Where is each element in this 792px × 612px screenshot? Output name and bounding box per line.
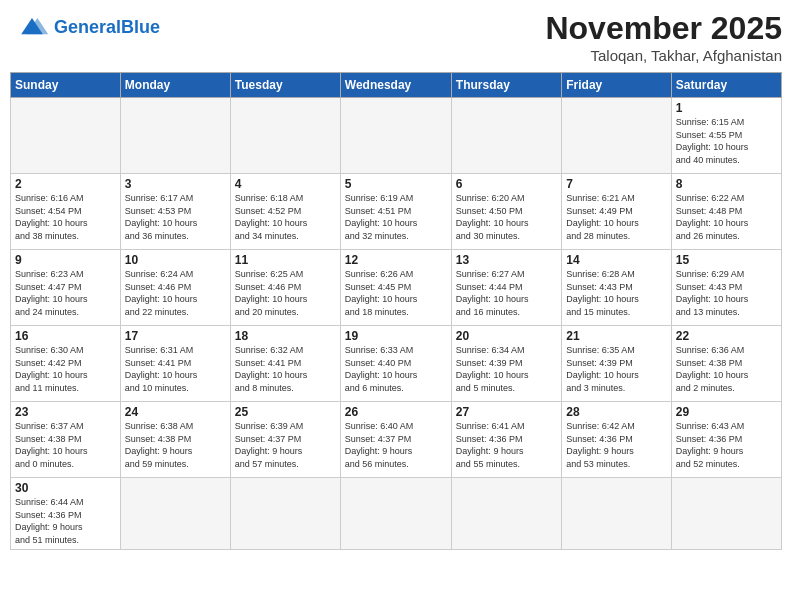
day-number: 13: [456, 253, 557, 267]
table-row: [230, 98, 340, 174]
table-row: 27Sunrise: 6:41 AM Sunset: 4:36 PM Dayli…: [451, 402, 561, 478]
table-row: 26Sunrise: 6:40 AM Sunset: 4:37 PM Dayli…: [340, 402, 451, 478]
table-row: [11, 98, 121, 174]
table-row: [671, 478, 781, 550]
day-number: 7: [566, 177, 666, 191]
day-info: Sunrise: 6:16 AM Sunset: 4:54 PM Dayligh…: [15, 192, 116, 242]
day-info: Sunrise: 6:19 AM Sunset: 4:51 PM Dayligh…: [345, 192, 447, 242]
day-number: 25: [235, 405, 336, 419]
table-row: 7Sunrise: 6:21 AM Sunset: 4:49 PM Daylig…: [562, 174, 671, 250]
table-row: 6Sunrise: 6:20 AM Sunset: 4:50 PM Daylig…: [451, 174, 561, 250]
logo-general: General: [54, 17, 121, 37]
header-sunday: Sunday: [11, 73, 121, 98]
day-info: Sunrise: 6:33 AM Sunset: 4:40 PM Dayligh…: [345, 344, 447, 394]
day-info: Sunrise: 6:42 AM Sunset: 4:36 PM Dayligh…: [566, 420, 666, 470]
day-number: 27: [456, 405, 557, 419]
table-row: [120, 478, 230, 550]
weekday-header-row: Sunday Monday Tuesday Wednesday Thursday…: [11, 73, 782, 98]
day-info: Sunrise: 6:24 AM Sunset: 4:46 PM Dayligh…: [125, 268, 226, 318]
day-info: Sunrise: 6:29 AM Sunset: 4:43 PM Dayligh…: [676, 268, 777, 318]
day-info: Sunrise: 6:17 AM Sunset: 4:53 PM Dayligh…: [125, 192, 226, 242]
day-number: 1: [676, 101, 777, 115]
table-row: 3Sunrise: 6:17 AM Sunset: 4:53 PM Daylig…: [120, 174, 230, 250]
table-row: 15Sunrise: 6:29 AM Sunset: 4:43 PM Dayli…: [671, 250, 781, 326]
day-info: Sunrise: 6:44 AM Sunset: 4:36 PM Dayligh…: [15, 496, 116, 546]
day-info: Sunrise: 6:28 AM Sunset: 4:43 PM Dayligh…: [566, 268, 666, 318]
table-row: 19Sunrise: 6:33 AM Sunset: 4:40 PM Dayli…: [340, 326, 451, 402]
day-info: Sunrise: 6:43 AM Sunset: 4:36 PM Dayligh…: [676, 420, 777, 470]
table-row: 11Sunrise: 6:25 AM Sunset: 4:46 PM Dayli…: [230, 250, 340, 326]
table-row: [340, 98, 451, 174]
day-number: 24: [125, 405, 226, 419]
table-row: 17Sunrise: 6:31 AM Sunset: 4:41 PM Dayli…: [120, 326, 230, 402]
table-row: 30Sunrise: 6:44 AM Sunset: 4:36 PM Dayli…: [11, 478, 121, 550]
day-number: 3: [125, 177, 226, 191]
table-row: 28Sunrise: 6:42 AM Sunset: 4:36 PM Dayli…: [562, 402, 671, 478]
page: GeneralBlue November 2025 Taloqan, Takha…: [0, 0, 792, 612]
day-number: 23: [15, 405, 116, 419]
day-info: Sunrise: 6:21 AM Sunset: 4:49 PM Dayligh…: [566, 192, 666, 242]
day-number: 11: [235, 253, 336, 267]
table-row: [451, 478, 561, 550]
table-row: 24Sunrise: 6:38 AM Sunset: 4:38 PM Dayli…: [120, 402, 230, 478]
table-row: 29Sunrise: 6:43 AM Sunset: 4:36 PM Dayli…: [671, 402, 781, 478]
day-info: Sunrise: 6:18 AM Sunset: 4:52 PM Dayligh…: [235, 192, 336, 242]
location-title: Taloqan, Takhar, Afghanistan: [545, 47, 782, 64]
day-number: 6: [456, 177, 557, 191]
table-row: [562, 98, 671, 174]
logo-text: GeneralBlue: [54, 18, 160, 38]
day-info: Sunrise: 6:40 AM Sunset: 4:37 PM Dayligh…: [345, 420, 447, 470]
table-row: [340, 478, 451, 550]
day-number: 12: [345, 253, 447, 267]
title-block: November 2025 Taloqan, Takhar, Afghanist…: [545, 10, 782, 64]
day-number: 18: [235, 329, 336, 343]
header-monday: Monday: [120, 73, 230, 98]
day-number: 20: [456, 329, 557, 343]
day-number: 17: [125, 329, 226, 343]
day-number: 29: [676, 405, 777, 419]
table-row: 22Sunrise: 6:36 AM Sunset: 4:38 PM Dayli…: [671, 326, 781, 402]
header-tuesday: Tuesday: [230, 73, 340, 98]
table-row: 8Sunrise: 6:22 AM Sunset: 4:48 PM Daylig…: [671, 174, 781, 250]
day-number: 2: [15, 177, 116, 191]
day-info: Sunrise: 6:38 AM Sunset: 4:38 PM Dayligh…: [125, 420, 226, 470]
table-row: [120, 98, 230, 174]
table-row: 13Sunrise: 6:27 AM Sunset: 4:44 PM Dayli…: [451, 250, 561, 326]
day-number: 26: [345, 405, 447, 419]
table-row: [230, 478, 340, 550]
day-info: Sunrise: 6:20 AM Sunset: 4:50 PM Dayligh…: [456, 192, 557, 242]
table-row: 25Sunrise: 6:39 AM Sunset: 4:37 PM Dayli…: [230, 402, 340, 478]
day-number: 19: [345, 329, 447, 343]
header-saturday: Saturday: [671, 73, 781, 98]
day-number: 28: [566, 405, 666, 419]
table-row: 20Sunrise: 6:34 AM Sunset: 4:39 PM Dayli…: [451, 326, 561, 402]
day-info: Sunrise: 6:36 AM Sunset: 4:38 PM Dayligh…: [676, 344, 777, 394]
table-row: 9Sunrise: 6:23 AM Sunset: 4:47 PM Daylig…: [11, 250, 121, 326]
day-info: Sunrise: 6:30 AM Sunset: 4:42 PM Dayligh…: [15, 344, 116, 394]
day-info: Sunrise: 6:26 AM Sunset: 4:45 PM Dayligh…: [345, 268, 447, 318]
table-row: 2Sunrise: 6:16 AM Sunset: 4:54 PM Daylig…: [11, 174, 121, 250]
day-number: 9: [15, 253, 116, 267]
logo-icon: [14, 14, 50, 42]
table-row: [562, 478, 671, 550]
table-row: 16Sunrise: 6:30 AM Sunset: 4:42 PM Dayli…: [11, 326, 121, 402]
calendar: Sunday Monday Tuesday Wednesday Thursday…: [10, 72, 782, 550]
day-number: 14: [566, 253, 666, 267]
header-thursday: Thursday: [451, 73, 561, 98]
day-info: Sunrise: 6:32 AM Sunset: 4:41 PM Dayligh…: [235, 344, 336, 394]
table-row: 12Sunrise: 6:26 AM Sunset: 4:45 PM Dayli…: [340, 250, 451, 326]
table-row: 21Sunrise: 6:35 AM Sunset: 4:39 PM Dayli…: [562, 326, 671, 402]
table-row: 1Sunrise: 6:15 AM Sunset: 4:55 PM Daylig…: [671, 98, 781, 174]
day-info: Sunrise: 6:41 AM Sunset: 4:36 PM Dayligh…: [456, 420, 557, 470]
day-number: 30: [15, 481, 116, 495]
day-number: 10: [125, 253, 226, 267]
header: GeneralBlue November 2025 Taloqan, Takha…: [10, 10, 782, 64]
day-number: 16: [15, 329, 116, 343]
day-info: Sunrise: 6:34 AM Sunset: 4:39 PM Dayligh…: [456, 344, 557, 394]
table-row: 23Sunrise: 6:37 AM Sunset: 4:38 PM Dayli…: [11, 402, 121, 478]
day-number: 8: [676, 177, 777, 191]
day-info: Sunrise: 6:15 AM Sunset: 4:55 PM Dayligh…: [676, 116, 777, 166]
table-row: 10Sunrise: 6:24 AM Sunset: 4:46 PM Dayli…: [120, 250, 230, 326]
table-row: 18Sunrise: 6:32 AM Sunset: 4:41 PM Dayli…: [230, 326, 340, 402]
day-info: Sunrise: 6:25 AM Sunset: 4:46 PM Dayligh…: [235, 268, 336, 318]
